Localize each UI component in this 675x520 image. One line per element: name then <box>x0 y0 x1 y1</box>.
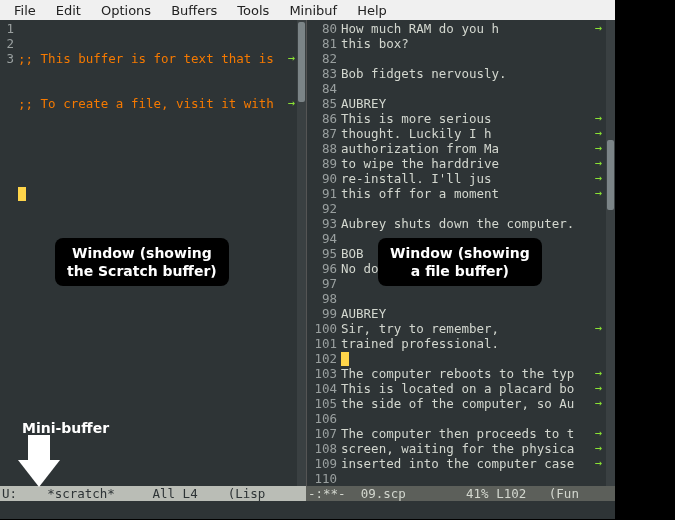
wrap-icon: → <box>595 141 602 156</box>
scratch-line-1: ;; This buffer is for text that is <box>18 51 274 66</box>
menu-minibuf[interactable]: Minibuf <box>279 2 347 19</box>
file-line: authorization from Ma <box>341 141 499 156</box>
right-gutter: 8081828384858687888990919293949596979899… <box>307 20 337 486</box>
left-scroll-thumb[interactable] <box>298 22 305 102</box>
wrap-icon: → <box>595 456 602 471</box>
file-line: re-install. I'll jus <box>341 171 492 186</box>
annotation-left-window: Window (showingthe Scratch buffer) <box>55 238 229 286</box>
annotation-right-window: Window (showinga file buffer) <box>378 238 542 286</box>
scratch-line-2: ;; To create a file, visit it with <box>18 96 274 111</box>
file-line: trained professional. <box>341 336 499 351</box>
wrap-icon: → <box>595 381 602 396</box>
cursor <box>341 352 349 366</box>
right-scroll-thumb[interactable] <box>607 140 614 210</box>
wrap-icon: → <box>595 321 602 336</box>
wrap-icon: → <box>288 51 295 66</box>
annotation-minibuffer-label: Mini-buffer <box>22 420 109 436</box>
file-line: This is located on a placard bo <box>341 381 574 396</box>
file-line: AUBREY <box>341 306 386 321</box>
file-line: Aubrey shuts down the computer. <box>341 216 574 231</box>
wrap-icon: → <box>288 96 295 111</box>
left-scrollbar[interactable] <box>297 20 306 486</box>
wrap-icon: → <box>595 426 602 441</box>
left-lines[interactable]: ;; This buffer is for text that is→ ;; T… <box>18 20 296 231</box>
menu-options[interactable]: Options <box>91 2 161 19</box>
svg-rect-0 <box>28 435 50 461</box>
file-line: The computer then proceeds to t <box>341 426 574 441</box>
file-line: screen, waiting for the physica <box>341 441 574 456</box>
minibuffer[interactable]: M-x screenwriter-mo <box>0 501 615 519</box>
wrap-icon: → <box>595 396 602 411</box>
svg-marker-1 <box>18 460 60 487</box>
wrap-icon: → <box>595 186 602 201</box>
file-line: the side of the computer, so Au <box>341 396 574 411</box>
file-line: to wipe the harddrive <box>341 156 499 171</box>
void-area <box>615 0 675 520</box>
modeline-row: U: *scratch* All L4 (Lisp -:**- 09.scp 4… <box>0 486 615 501</box>
file-line: This is more serious <box>341 111 492 126</box>
file-line: this off for a moment <box>341 186 499 201</box>
file-line: Sir, try to remember, <box>341 321 499 336</box>
file-line: thought. Luckily I h <box>341 126 492 141</box>
menu-help[interactable]: Help <box>347 2 397 19</box>
arrow-down-icon <box>8 435 68 495</box>
modeline-right: -:**- 09.scp 41% L102 (Fun <box>306 486 615 501</box>
wrap-icon: → <box>595 171 602 186</box>
file-line: The computer reboots to the typ <box>341 366 574 381</box>
file-line: How much RAM do you h <box>341 21 499 36</box>
cursor <box>18 187 26 201</box>
menu-file[interactable]: File <box>4 2 46 19</box>
file-line: AUBREY <box>341 96 386 111</box>
right-scrollbar[interactable] <box>606 20 615 486</box>
wrap-icon: → <box>595 126 602 141</box>
left-gutter: 1 2 3 <box>0 20 14 66</box>
wrap-icon: → <box>595 366 602 381</box>
wrap-icon: → <box>595 111 602 126</box>
menu-buffers[interactable]: Buffers <box>161 2 227 19</box>
menu-edit[interactable]: Edit <box>46 2 91 19</box>
wrap-icon: → <box>595 21 602 36</box>
wrap-icon: → <box>595 441 602 456</box>
file-line: inserted into the computer case <box>341 456 574 471</box>
file-line: BOB <box>341 246 364 261</box>
file-line: this box? <box>341 36 409 51</box>
menubar: File Edit Options Buffers Tools Minibuf … <box>0 0 675 20</box>
file-line: Bob fidgets nervously. <box>341 66 507 81</box>
menu-tools[interactable]: Tools <box>227 2 279 19</box>
wrap-icon: → <box>595 156 602 171</box>
